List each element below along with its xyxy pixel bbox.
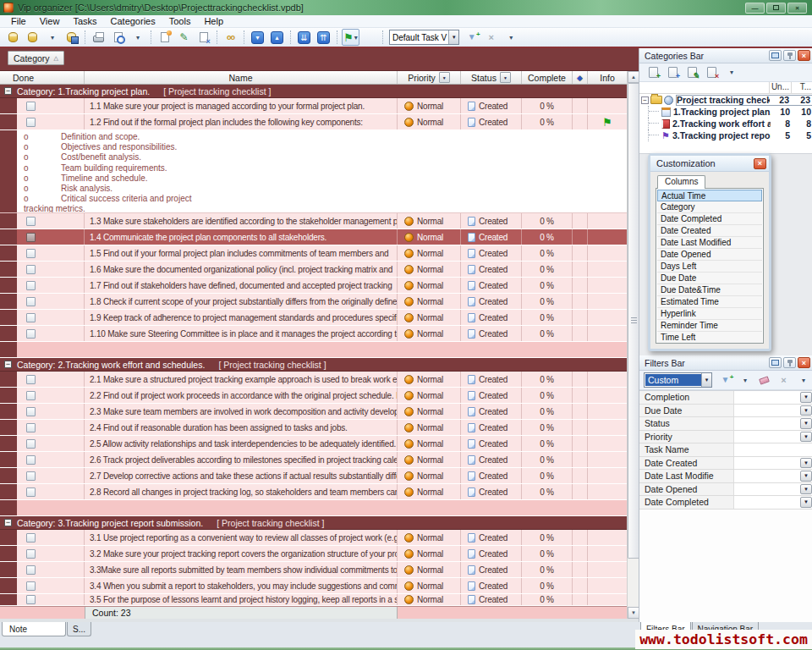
tab-columns[interactable]: Columns	[657, 175, 705, 189]
done-checkbox[interactable]	[26, 565, 36, 575]
done-checkbox[interactable]	[26, 118, 36, 127]
task-view-combo[interactable]: Default Task V ▾	[389, 30, 459, 45]
apply-filter-icon[interactable]: ▼+	[716, 372, 734, 388]
apply-view-icon[interactable]: ▼+	[463, 29, 480, 46]
task-row[interactable]: 2.1 Make sure a structured project track…	[0, 372, 627, 388]
menu-view[interactable]: View	[34, 15, 66, 28]
done-checkbox[interactable]	[26, 375, 36, 384]
task-row[interactable]: 2.7 Develop corrective actions and take …	[0, 468, 627, 484]
filters-restore-button[interactable]	[769, 357, 782, 368]
customization-title-bar[interactable]: Customization ×	[650, 156, 769, 172]
category-tree-item-3-tracking-project-report[interactable]: ⚑3.Tracking project report55	[639, 129, 812, 141]
done-checkbox[interactable]	[26, 439, 36, 449]
move-down-icon[interactable]: ▼	[249, 29, 266, 46]
task-row[interactable]: 3.2 Make sure your project tracking repo…	[0, 546, 627, 562]
delete-filter-icon[interactable]: ×	[775, 372, 793, 388]
column-option-category[interactable]: Category	[657, 201, 762, 213]
task-row[interactable]: 1.3 Make sure stakeholders are identifie…	[0, 213, 627, 229]
collapse-icon[interactable]: −	[4, 361, 12, 368]
combo-dropdown-icon[interactable]: ▾	[448, 30, 458, 44]
status-filter-dropdown[interactable]: ▼	[500, 72, 511, 83]
column-option-estimated-time[interactable]: Estimated Time	[657, 296, 762, 308]
task-row[interactable]: 2.8 Record all changes in project tracki…	[0, 484, 627, 500]
filter-dropdown-button[interactable]: ▼	[800, 497, 812, 508]
categories-more-dropdown[interactable]: ▾	[722, 64, 740, 81]
task-row[interactable]: 2.6 Track project deliverables according…	[0, 452, 627, 468]
filter-dropdown-button[interactable]: ▼	[800, 484, 812, 495]
column-option-date-created[interactable]: Date Created	[657, 225, 762, 237]
done-checkbox[interactable]	[26, 265, 36, 274]
task-row[interactable]: 2.2 Find out if project work proceeds in…	[0, 388, 627, 404]
done-checkbox[interactable]	[26, 233, 36, 242]
print-dropdown[interactable]: ▾	[129, 29, 146, 46]
categories-close-button[interactable]: ×	[798, 50, 810, 61]
filters-close-button[interactable]: ×	[798, 357, 810, 368]
filter-dropdown-button[interactable]: ▼	[800, 405, 812, 416]
task-row[interactable]: 3.3Make sure all reports submitted by te…	[0, 562, 627, 578]
done-checkbox[interactable]	[26, 102, 36, 111]
tree-collapse-icon[interactable]: −	[641, 96, 649, 104]
move-up-icon[interactable]: ▲	[268, 29, 286, 46]
menu-file[interactable]: File	[5, 15, 32, 28]
tab-note[interactable]: Note	[2, 622, 66, 636]
task-row[interactable]: 2.5 Allow activity relationships and tas…	[0, 436, 627, 452]
maximize-button[interactable]	[766, 3, 786, 14]
menu-help[interactable]: Help	[198, 15, 229, 28]
print-icon[interactable]	[90, 29, 107, 46]
move-to-top-icon[interactable]: ⇈	[315, 29, 332, 46]
column-option-due-date-time[interactable]: Due Date&Time	[657, 284, 762, 296]
task-row[interactable]: 3.4 When you submit a report to stakehol…	[0, 578, 627, 594]
task-row[interactable]: 1.5 Find out if your formal project plan…	[0, 245, 627, 262]
task-row[interactable]: 1.6 Make sure the documented organizatio…	[0, 262, 627, 278]
minimize-button[interactable]: —	[745, 3, 765, 14]
task-row[interactable]: 3.5 For the purpose of lessons learnt an…	[0, 594, 627, 606]
toolbar-more-dropdown[interactable]: ▾	[502, 29, 519, 46]
done-checkbox[interactable]	[26, 549, 36, 559]
filter-dropdown-button[interactable]: ▼	[800, 432, 812, 443]
filters-more-dropdown[interactable]: ▾	[794, 372, 812, 388]
collapse-icon[interactable]: −	[4, 87, 12, 95]
category-tree-item-1-tracking-project-plan[interactable]: 1.Tracking project plan.1010	[639, 106, 812, 118]
vertical-scrollbar[interactable]: ▲ ▼	[627, 71, 639, 619]
column-header-priority-diamond[interactable]: ◆	[573, 71, 588, 84]
category-group-row[interactable]: −Category: 3.Tracking project report sub…	[0, 516, 627, 530]
task-row[interactable]: 1.2 Find out if the formal project plan …	[0, 114, 627, 130]
edit-category-icon[interactable]	[683, 64, 701, 81]
filter-dropdown-button[interactable]: ▼	[800, 458, 812, 469]
filter-dropdown-button[interactable]: ▼	[800, 418, 812, 429]
done-checkbox[interactable]	[26, 217, 36, 226]
preset-dropdown-icon[interactable]: ▾	[701, 373, 711, 387]
task-row[interactable]: 1.10 Make sure Steering Committee is in …	[0, 326, 627, 342]
menu-tasks[interactable]: Tasks	[67, 15, 102, 28]
done-checkbox[interactable]	[26, 471, 36, 481]
filter-value[interactable]	[734, 470, 799, 482]
group-by-chip-category[interactable]: Category △	[8, 51, 64, 65]
categories-pin-button[interactable]	[783, 50, 796, 61]
filter-value[interactable]	[734, 443, 812, 456]
clear-view-icon[interactable]: ×	[482, 29, 500, 46]
column-header-complete[interactable]: Complete	[522, 71, 573, 84]
column-header-undone[interactable]: Un...	[769, 82, 791, 93]
done-checkbox[interactable]	[26, 407, 36, 416]
column-option-time-left[interactable]: Time Left	[657, 332, 762, 344]
column-option-days-left[interactable]: Days Left	[657, 261, 762, 273]
filter-dropdown-button[interactable]: ▼	[800, 392, 812, 403]
column-option-hyperlink[interactable]: Hyperlink	[657, 308, 762, 320]
print-preview-icon[interactable]	[109, 29, 127, 46]
add-subcategory-icon[interactable]	[664, 64, 682, 81]
column-header-priority[interactable]: Priority ▼	[398, 71, 461, 84]
move-to-bottom-icon[interactable]: ⇊	[295, 29, 313, 46]
done-checkbox[interactable]	[26, 423, 36, 432]
column-option-due-date[interactable]: Due Date	[657, 273, 762, 284]
task-row[interactable]: 2.4 Find out if reasonable duration has …	[0, 420, 627, 436]
filter-preset-combo[interactable]: Custom ▾	[644, 372, 712, 388]
category-group-row[interactable]: −Category: 2.Tracking work effort and sc…	[0, 358, 627, 372]
column-header-name[interactable]: Name	[85, 71, 398, 84]
column-option-reminder-time[interactable]: Reminder Time	[657, 320, 762, 332]
done-checkbox[interactable]	[26, 249, 36, 258]
filter-value[interactable]	[734, 391, 799, 404]
done-checkbox[interactable]	[26, 281, 36, 290]
close-button[interactable]: ×	[787, 3, 807, 14]
menu-categories[interactable]: Categories	[105, 15, 162, 28]
column-option-date-last-modified[interactable]: Date Last Modified	[657, 237, 762, 249]
